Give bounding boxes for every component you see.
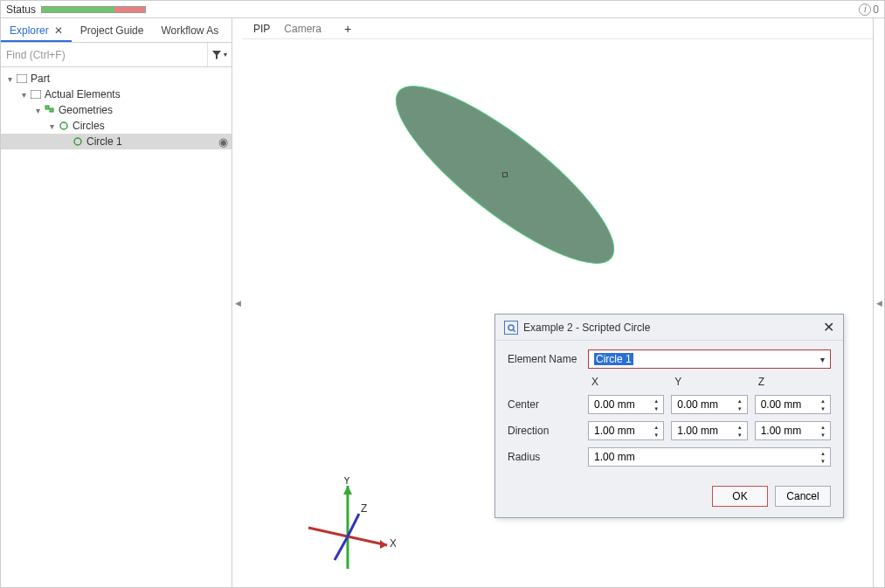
- direction-y-input[interactable]: 1.00 mm▲▼: [671, 421, 747, 440]
- viewport-tabs: PIP Camera +: [243, 18, 873, 39]
- svg-line-13: [348, 514, 359, 536]
- part-icon: [15, 73, 29, 85]
- element-name-label: Element Name: [508, 353, 588, 365]
- svg-rect-0: [17, 74, 27, 83]
- tree-label: Circle 1: [86, 135, 122, 148]
- center-label: Center: [508, 398, 588, 411]
- axis-gizmo: X Y Z: [300, 477, 396, 573]
- step-down-icon[interactable]: ▼: [819, 405, 827, 412]
- tab-label: Workflow As: [161, 24, 218, 37]
- view-tab-pip[interactable]: PIP: [253, 23, 270, 35]
- column-x-label: X: [588, 376, 664, 388]
- ok-button[interactable]: OK: [712, 486, 768, 507]
- step-up-icon[interactable]: ▲: [819, 397, 827, 405]
- tree-item-geometries[interactable]: ▾ Geometries: [1, 102, 232, 118]
- radius-input[interactable]: 1.00 mm▲▼: [588, 447, 831, 467]
- step-down-icon[interactable]: ▼: [736, 431, 744, 439]
- search-input[interactable]: [1, 43, 207, 66]
- filter-button[interactable]: ▼: [207, 43, 232, 66]
- right-splitter[interactable]: ◀: [874, 18, 884, 587]
- center-x-input[interactable]: 0.00 mm▲▼: [588, 395, 664, 414]
- close-button[interactable]: ✕: [823, 319, 834, 336]
- step-up-icon[interactable]: ▲: [736, 397, 744, 405]
- chevron-down-icon: ▼: [223, 52, 229, 58]
- left-splitter[interactable]: ◀: [232, 18, 243, 587]
- tab-explorer[interactable]: Explorer ✕: [1, 18, 72, 42]
- explorer-tree: ▾ Part ▾ Actual Elements ▾ Geometries ▾ …: [1, 67, 232, 587]
- status-bar: Status i 0: [1, 1, 884, 18]
- tab-label: Explorer: [10, 24, 49, 37]
- center-z-input[interactable]: 0.00 mm▲▼: [755, 395, 831, 414]
- direction-label: Direction: [508, 425, 588, 437]
- svg-line-8: [308, 528, 348, 536]
- chevron-left-icon: ◀: [876, 299, 882, 308]
- axis-z-label: Z: [361, 502, 367, 515]
- svg-rect-2: [45, 106, 49, 109]
- status-progress: [41, 6, 146, 13]
- step-down-icon[interactable]: ▼: [819, 457, 827, 465]
- direction-z-input[interactable]: 1.00 mm▲▼: [755, 421, 831, 440]
- radius-label: Radius: [508, 451, 588, 463]
- column-y-label: Y: [671, 376, 747, 388]
- info-icon: i: [859, 3, 871, 16]
- view-tab-camera[interactable]: Camera: [284, 23, 322, 35]
- tab-workflow[interactable]: Workflow As: [152, 18, 227, 42]
- step-up-icon[interactable]: ▲: [819, 423, 827, 431]
- tree-label: Circles: [73, 120, 105, 132]
- svg-point-4: [60, 122, 67, 129]
- step-down-icon[interactable]: ▼: [736, 405, 744, 412]
- svg-rect-1: [31, 90, 41, 99]
- dialog-icon: [504, 321, 518, 335]
- chevron-left-icon: ◀: [235, 299, 241, 308]
- cancel-button[interactable]: Cancel: [775, 486, 831, 507]
- dialog-title: Example 2 - Scripted Circle: [523, 322, 650, 334]
- tab-project-guide[interactable]: Project Guide: [72, 18, 153, 42]
- filter-icon: [211, 50, 222, 60]
- chevron-down-icon: ▾: [4, 74, 15, 84]
- chevron-down-icon: ▾: [46, 121, 57, 131]
- step-up-icon[interactable]: ▲: [736, 423, 744, 431]
- status-label: Status: [6, 3, 36, 16]
- chevron-down-icon: ▾: [32, 106, 43, 115]
- svg-marker-10: [343, 486, 352, 495]
- info-count: 0: [873, 3, 879, 16]
- folder-icon: [29, 88, 43, 100]
- chevron-down-icon: ▾: [820, 355, 825, 364]
- visibility-icon[interactable]: ◉: [218, 135, 228, 149]
- tree-item-circles[interactable]: ▾ Circles: [1, 118, 232, 134]
- center-y-input[interactable]: 0.00 mm▲▼: [671, 395, 747, 414]
- step-down-icon[interactable]: ▼: [652, 431, 660, 439]
- tree-label: Geometries: [59, 104, 113, 116]
- axis-y-label: Y: [343, 477, 350, 487]
- axis-x-label: X: [390, 537, 396, 550]
- close-icon[interactable]: ✕: [54, 24, 63, 37]
- tree-label: Part: [31, 73, 50, 85]
- tab-label: Project Guide: [80, 24, 144, 37]
- scripted-circle-dialog: Example 2 - Scripted Circle ✕ Element Na…: [494, 314, 844, 518]
- left-panel: Explorer ✕ Project Guide Workflow As ▼ ▾…: [1, 18, 232, 587]
- tree-item-circle-1[interactable]: Circle 1 ◉: [1, 134, 232, 149]
- geometries-icon: [43, 104, 57, 116]
- column-z-label: Z: [755, 376, 831, 388]
- step-down-icon[interactable]: ▼: [819, 431, 827, 439]
- tree-label: Actual Elements: [45, 88, 121, 100]
- direction-x-input[interactable]: 1.00 mm▲▼: [588, 421, 664, 440]
- svg-line-12: [335, 536, 348, 560]
- svg-rect-3: [50, 108, 53, 112]
- element-name-value: Circle 1: [594, 353, 633, 365]
- add-view-button[interactable]: +: [344, 22, 351, 36]
- step-down-icon[interactable]: ▼: [652, 405, 660, 412]
- svg-line-6: [348, 536, 387, 545]
- circle-geometry[interactable]: [374, 60, 636, 289]
- element-name-combo[interactable]: Circle 1 ▾: [588, 349, 831, 369]
- tree-item-actual-elements[interactable]: ▾ Actual Elements: [1, 86, 232, 102]
- dialog-titlebar[interactable]: Example 2 - Scripted Circle ✕: [495, 315, 843, 341]
- info-indicator[interactable]: i 0: [859, 3, 879, 16]
- step-up-icon[interactable]: ▲: [819, 449, 827, 457]
- step-up-icon[interactable]: ▲: [652, 423, 660, 431]
- circle-icon: [71, 135, 85, 148]
- tree-item-part[interactable]: ▾ Part: [1, 71, 232, 86]
- step-up-icon[interactable]: ▲: [652, 397, 660, 405]
- center-marker-icon: [502, 172, 508, 178]
- find-row: ▼: [1, 43, 232, 67]
